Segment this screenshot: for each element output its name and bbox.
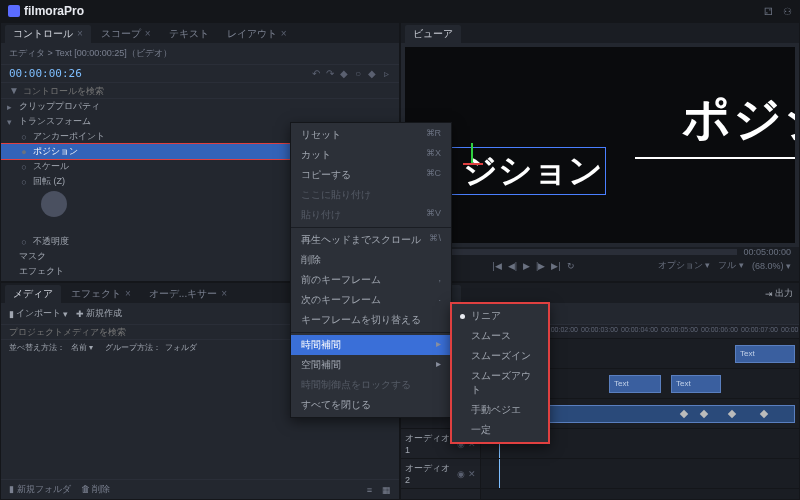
kf-next-icon[interactable]: ◆ — [367, 68, 377, 79]
new-button[interactable]: ✚ 新規作成 — [76, 307, 122, 320]
preview-text-large: ポジシ — [682, 87, 795, 151]
lock-icon[interactable]: ✕ — [468, 469, 476, 479]
gizmo-x-axis-icon[interactable] — [463, 163, 483, 165]
cart-icon[interactable]: ⚁ — [764, 6, 773, 17]
control-breadcrumb: エディタ > Text [00:00:00:25]（ビデオ） — [1, 43, 399, 65]
context-menu-item[interactable]: 削除 — [291, 250, 451, 270]
context-menu-item[interactable]: 時間補間▸ — [291, 335, 451, 355]
import-button[interactable]: ▮ インポート ▾ — [9, 307, 68, 320]
kf-jump-icon[interactable]: ▹ — [381, 68, 391, 79]
context-menu-item[interactable]: 再生ヘッドまでスクロール⌘\ — [291, 230, 451, 250]
tab-audio-mixer[interactable]: オーデ...キサー× — [141, 285, 235, 303]
group-label: グループ方法： — [105, 342, 161, 353]
preview-line — [635, 157, 795, 159]
context-menu-item: ここに貼り付け — [291, 185, 451, 205]
view-list-icon[interactable]: ≡ — [367, 485, 372, 495]
tab-scope[interactable]: スコープ× — [93, 25, 159, 43]
context-menu: リセット⌘Rカット⌘Xコピーする⌘Cここに貼り付け貼り付け⌘V再生ヘッドまでスク… — [290, 122, 452, 418]
funnel-icon[interactable]: ▼ — [9, 85, 19, 96]
submenu-item[interactable]: 一定 — [452, 420, 548, 440]
submenu-item[interactable]: スムーズイン — [452, 346, 548, 366]
viewer-panel: ビューア ポジシ ゚ジション :26 00:05:00:00 |◀ ◀| ▶ |… — [400, 22, 800, 282]
sort-label: 並べ替え方法： — [9, 342, 65, 353]
clip-video2-2[interactable]: Text — [609, 375, 661, 393]
clip-video3-2[interactable]: Text — [735, 345, 795, 363]
submenu-item[interactable]: リニア — [452, 306, 548, 326]
submenu-item[interactable]: スムース — [452, 326, 548, 346]
context-menu-item[interactable]: キーフレームを切り替える — [291, 310, 451, 330]
export-icon: ⇥ — [765, 289, 773, 299]
logo-icon — [8, 5, 20, 17]
step-back-icon[interactable]: ◀| — [508, 261, 517, 271]
goto-end-icon[interactable]: ▶| — [551, 261, 560, 271]
tab-effects[interactable]: エフェクト× — [63, 285, 139, 303]
gizmo-y-axis-icon[interactable] — [471, 143, 473, 163]
export-button[interactable]: ⇥出力 — [765, 287, 793, 300]
context-menu-item[interactable]: すべてを閉じる — [291, 395, 451, 415]
context-menu-item: 貼り付け⌘V — [291, 205, 451, 225]
tab-text[interactable]: テキスト — [161, 25, 217, 43]
viewer-options-dropdown[interactable]: オプション ▾ — [658, 259, 711, 272]
app-title-bar: filmoraPro ⚁ ⚇ — [0, 0, 800, 22]
loop-icon[interactable]: ↻ — [567, 261, 575, 271]
control-timecode[interactable]: 00:00:00:26 — [9, 67, 82, 80]
control-search-input[interactable] — [23, 86, 391, 96]
context-menu-item: 時間制御点をロックする — [291, 375, 451, 395]
track-label-audio2[interactable]: オーディオ 2◉✕ — [401, 459, 480, 489]
tab-viewer[interactable]: ビューア — [405, 25, 461, 43]
kf-prev-icon[interactable]: ◆ — [339, 68, 349, 79]
context-menu-item[interactable]: 前のキーフレーム, — [291, 270, 451, 290]
submenu-item[interactable]: 手動ベジエ — [452, 400, 548, 420]
preview-text-boxed[interactable]: ゚ジション — [425, 147, 606, 195]
delete-button[interactable]: 🗑 削除 — [81, 483, 111, 496]
view-grid-icon[interactable]: ▦ — [382, 485, 391, 495]
kf-toggle-icon[interactable]: ○ — [353, 68, 363, 79]
viewer-zoom-dropdown[interactable]: (68.0%) ▾ — [752, 261, 791, 271]
context-menu-item[interactable]: リセット⌘R — [291, 125, 451, 145]
viewer-canvas[interactable]: ポジシ ゚ジション — [405, 47, 795, 243]
tab-control[interactable]: コントロール× — [5, 25, 91, 43]
context-menu-item[interactable]: カット⌘X — [291, 145, 451, 165]
prop-clip-properties[interactable]: ▸クリッププロパティ — [1, 99, 399, 114]
play-icon[interactable]: ▶ — [523, 261, 530, 271]
tab-media[interactable]: メディア — [5, 285, 61, 303]
folder-icon: ▮ — [9, 309, 14, 319]
context-menu-item[interactable]: コピーする⌘C — [291, 165, 451, 185]
undo-icon[interactable]: ↶ — [311, 68, 321, 79]
app-name: filmoraPro — [24, 4, 84, 18]
app-logo: filmoraPro — [8, 4, 84, 18]
context-submenu-temporal-interp: リニアスムーススムーズインスムーズアウト手動ベジエ一定 — [450, 302, 550, 444]
viewer-timecode-right: 00:05:00:00 — [743, 247, 791, 257]
viewer-full-dropdown[interactable]: フル ▾ — [718, 259, 744, 272]
sort-dropdown[interactable]: 名前 ▾ — [71, 342, 93, 353]
group-dropdown[interactable]: フォルダ — [165, 342, 197, 353]
new-folder-button[interactable]: ▮ 新規フォルダ — [9, 483, 71, 496]
context-menu-item[interactable]: 次のキーフレーム. — [291, 290, 451, 310]
goto-start-icon[interactable]: |◀ — [492, 261, 501, 271]
speaker-icon[interactable]: ◉ — [457, 469, 465, 479]
clip-video2-3[interactable]: Text — [671, 375, 721, 393]
rotation-wheel[interactable] — [41, 191, 67, 217]
viewer-scrubber[interactable] — [428, 249, 738, 255]
context-menu-item[interactable]: 空間補間▸ — [291, 355, 451, 375]
submenu-item[interactable]: スムーズアウト — [452, 366, 548, 400]
plus-icon: ✚ — [76, 309, 84, 319]
tab-layout[interactable]: レイアウト× — [219, 25, 295, 43]
control-panel-tabs: コントロール× スコープ× テキスト レイアウト× — [1, 23, 399, 43]
user-icon[interactable]: ⚇ — [783, 6, 792, 17]
step-fwd-icon[interactable]: |▶ — [536, 261, 545, 271]
redo-icon[interactable]: ↷ — [325, 68, 335, 79]
